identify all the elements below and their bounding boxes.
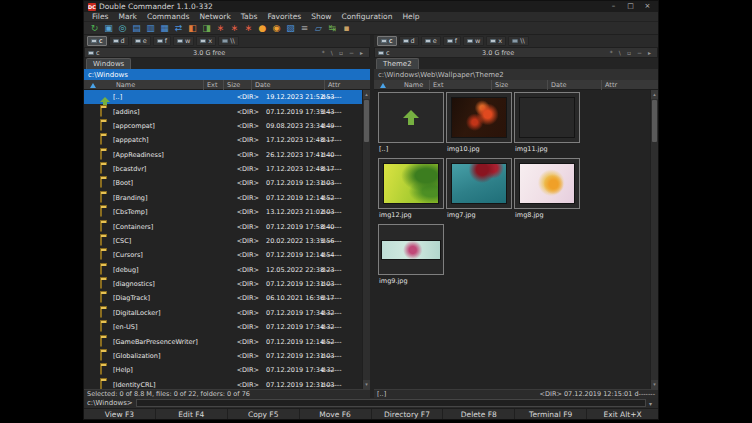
function-button-f8[interactable]: Delete F8 [443,409,515,419]
panel-header-button-1[interactable]: \ [328,49,336,56]
panel-header-button-4[interactable]: ▸ [645,49,654,56]
right-path-bar[interactable]: c:\Windows\Web\Wallpaper\Theme2 [374,69,658,80]
column-header-ext[interactable]: Ext [203,80,218,90]
thumbnail-item[interactable]: img10.jpg [446,92,514,158]
network-drive-button[interactable]: \\ [508,36,528,46]
drive-button-x[interactable]: x [196,36,216,46]
drive-button-w[interactable]: w [463,36,484,46]
column-header-attr[interactable]: Attr [324,80,340,90]
horizontal-panels-icon[interactable]: ▤ [130,23,143,34]
column-header-size[interactable]: Size [491,80,508,90]
file-row[interactable]: [AppReadiness]<DIR>26.12.2023 17:41:40d-… [84,148,362,162]
scroll-up-icon[interactable]: ▴ [651,90,658,99]
swap-panels-icon[interactable]: ⇄ [172,23,185,34]
left-scrollbar[interactable]: ▴ ▾ [362,90,370,389]
left-path-bar[interactable]: c:\Windows [84,69,370,80]
file-row[interactable]: [DigitalLocker]<DIR>07.12.2019 17:34:32d… [84,306,362,320]
function-button-f4[interactable]: Edit F4 [156,409,228,419]
file-row[interactable]: [bcastdvr]<DIR>17.12.2023 12:48:17d-----… [84,162,362,176]
command-history-chevron-icon[interactable]: ▾ [646,400,655,407]
panel-header-button-1[interactable]: \ [616,49,624,56]
column-header-date[interactable]: Date [251,80,271,90]
file-row[interactable]: [appcompat]<DIR>09.08.2023 23:34:49d----… [84,119,362,133]
find-files-icon[interactable]: ≡ [298,23,311,34]
search-icon[interactable]: ∗ [214,23,227,34]
thumbnail-item[interactable]: img7.jpg [446,158,514,224]
panel-header-button-0[interactable]: * [319,49,328,56]
scroll-up-icon[interactable]: ▴ [363,90,370,99]
column-header-date[interactable]: Date [547,80,567,90]
file-row[interactable]: [Branding]<DIR>07.12.2019 12:14:52d-----… [84,191,362,205]
options-icon[interactable]: ◎ [116,23,129,34]
maximize-button[interactable]: □ [622,1,639,12]
run-terminal-icon[interactable]: ▣ [102,23,115,34]
left-tab-windows[interactable]: Windows [86,58,131,69]
menu-files[interactable]: Files [87,12,113,22]
panel-header-button-4[interactable]: ▸ [357,49,366,56]
drive-button-e[interactable]: e [421,36,441,46]
close-button[interactable]: × [639,1,656,12]
function-button-f5[interactable]: Copy F5 [228,409,300,419]
menu-show[interactable]: Show [306,12,336,22]
file-row[interactable]: [apppatch]<DIR>17.12.2023 12:48:17d-----… [84,133,362,147]
file-row[interactable]: [GameBarPresenceWriter]<DIR>07.12.2019 1… [84,334,362,348]
file-row[interactable]: [Containers]<DIR>07.12.2019 17:58:40d---… [84,219,362,233]
right-scrollbar[interactable]: ▴ ▾ [650,90,658,389]
command-line-input[interactable] [136,399,646,407]
drive-button-c[interactable]: c [87,36,107,46]
network-drive-button[interactable]: \\ [218,36,238,46]
panel-header-button-2[interactable]: ▫ [624,49,634,56]
drive-button-f[interactable]: f [153,36,171,46]
function-button-f6[interactable]: Move F6 [300,409,372,419]
copy-icon[interactable]: ◧ [186,23,199,34]
thumbnail-item[interactable]: img11.jpg [514,92,582,158]
brief-view-icon[interactable]: ▦ [158,23,171,34]
file-row[interactable]: [debug]<DIR>12.05.2022 22:38:23d------- [84,263,362,277]
refresh-icon[interactable]: ↻ [88,23,101,34]
column-header-size[interactable]: Size [223,80,240,90]
minimize-button[interactable]: – [605,1,622,12]
file-row[interactable]: [CbsTemp]<DIR>13.12.2023 21:02:03d------… [84,205,362,219]
file-row[interactable]: [..]<DIR>19.12.2023 21:52:53d------- [84,90,362,104]
function-button-alt+x[interactable]: Exit Alt+X [587,409,658,419]
multi-rename-icon[interactable]: ▱ [312,23,325,34]
panel-header-button-3[interactable]: − [634,49,645,56]
file-row[interactable]: [Help]<DIR>07.12.2019 17:34:32d------- [84,363,362,377]
file-row[interactable]: [IdentityCRL]<DIR>07.12.2019 12:31:03d--… [84,378,362,390]
delete-icon[interactable]: ∗ [242,23,255,34]
function-button-f9[interactable]: Terminal F9 [515,409,587,419]
menu-commands[interactable]: Commands [142,12,194,22]
file-row[interactable]: [en-US]<DIR>07.12.2019 17:34:32d------- [84,320,362,334]
menu-configuration[interactable]: Configuration [337,12,398,22]
file-row[interactable]: [DiagTrack]<DIR>06.10.2021 16:36:17d----… [84,291,362,305]
file-row[interactable]: [addins]<DIR>07.12.2019 17:35:43d------- [84,104,362,118]
file-row[interactable]: [Globalization]<DIR>07.12.2019 12:31:03d… [84,349,362,363]
drive-button-d[interactable]: d [399,36,419,46]
menu-favorites[interactable]: Favorites [262,12,306,22]
wipe-icon[interactable]: ∗ [228,23,241,34]
drive-button-w[interactable]: w [173,36,194,46]
scroll-down-icon[interactable]: ▾ [363,380,370,389]
file-row[interactable]: [CSC]<DIR>20.02.2022 13:35:56d------- [84,234,362,248]
panel-header-button-2[interactable]: ▫ [336,49,346,56]
menu-help[interactable]: Help [397,12,424,22]
scrollbar-thumb[interactable] [364,100,369,142]
drive-button-f[interactable]: f [443,36,461,46]
drive-button-e[interactable]: e [131,36,151,46]
function-button-f7[interactable]: Directory F7 [372,409,444,419]
pack-icon[interactable]: ● [256,23,269,34]
column-header-name[interactable]: Name [401,80,423,90]
menu-mark[interactable]: Mark [113,12,142,22]
vertical-panels-icon[interactable]: ▥ [144,23,157,34]
panel-header-button-0[interactable]: * [607,49,616,56]
column-header-name[interactable]: Name [113,80,135,90]
menu-network[interactable]: Network [194,12,235,22]
thumbnail-item[interactable]: img8.jpg [514,158,582,224]
move-icon[interactable]: ◨ [200,23,213,34]
thumbnail-item[interactable]: [..] [378,92,446,158]
column-header-ext[interactable]: Ext [429,80,444,90]
menu-tabs[interactable]: Tabs [236,12,263,22]
file-row[interactable]: [diagnostics]<DIR>07.12.2019 12:31:03d--… [84,277,362,291]
right-tab-theme2[interactable]: Theme2 [376,58,419,69]
drive-button-c[interactable]: c [377,36,397,46]
